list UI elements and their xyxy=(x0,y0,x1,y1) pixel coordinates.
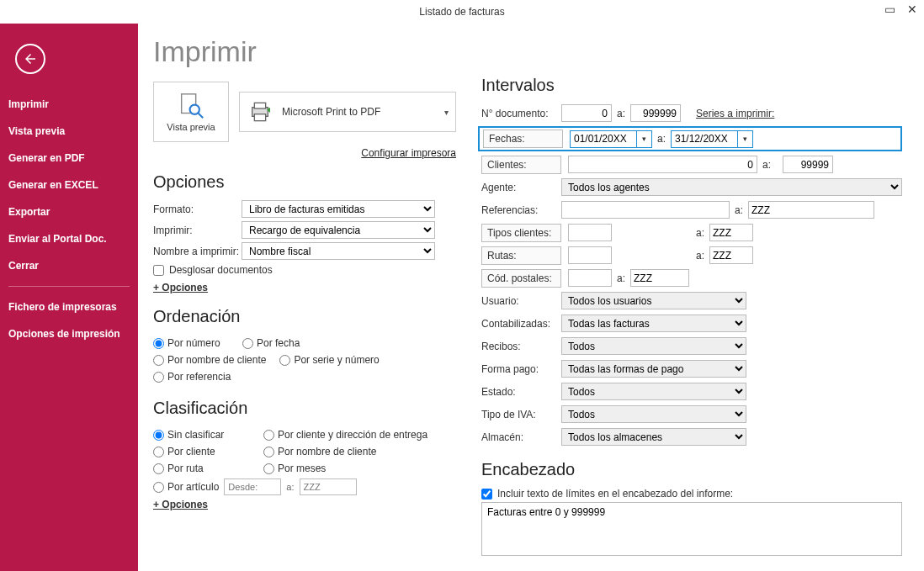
options-heading: Opciones xyxy=(153,172,456,192)
formato-select[interactable]: Libro de facturas emitidas xyxy=(242,200,435,218)
nav-enviar-portal[interactable]: Enviar al Portal Doc. xyxy=(0,225,138,252)
class-cliente-direccion[interactable]: Por cliente y dirección de entrega xyxy=(263,429,432,441)
articulo-a-label: a: xyxy=(286,482,294,492)
nav-cerrar[interactable]: Cerrar xyxy=(0,252,138,279)
articulo-desde-input[interactable] xyxy=(224,478,281,495)
class-sin-clasificar[interactable]: Sin clasificar xyxy=(153,429,250,441)
class-por-cliente[interactable]: Por cliente xyxy=(153,446,250,457)
class-por-ruta[interactable]: Por ruta xyxy=(153,463,250,474)
formato-label: Formato: xyxy=(153,204,242,215)
fecha-from-input[interactable] xyxy=(570,130,637,148)
imprimir-select[interactable]: Recargo de equivalencia xyxy=(242,221,435,239)
agente-select[interactable]: Todos los agentes xyxy=(561,178,902,196)
fecha-a-label: a: xyxy=(657,133,666,145)
tipoiva-label: Tipo de IVA: xyxy=(481,409,561,420)
ordenacion-heading: Ordenación xyxy=(153,307,456,326)
nav-vista-previa[interactable]: Vista previa xyxy=(0,118,138,145)
almacen-select[interactable]: Todos los almacenes xyxy=(561,428,746,446)
nav-generar-pdf[interactable]: Generar en PDF xyxy=(0,145,138,172)
rutas-button[interactable]: Rutas: xyxy=(481,246,561,265)
ref-a-label: a: xyxy=(735,204,743,216)
usuario-label: Usuario: xyxy=(481,295,561,307)
incluir-limites-label: Incluir texto de límites en el encabezad… xyxy=(497,488,733,500)
svg-point-1 xyxy=(190,105,199,114)
class-por-meses[interactable]: Por meses xyxy=(263,463,432,474)
printer-icon xyxy=(247,98,273,125)
nombre-select[interactable]: Nombre fiscal xyxy=(242,242,435,260)
fecha-to-input[interactable] xyxy=(671,130,738,148)
series-imprimir-link[interactable]: Series a imprimir: xyxy=(696,108,774,119)
ndoc-to-input[interactable] xyxy=(630,104,681,122)
svg-line-2 xyxy=(199,114,204,119)
close-icon[interactable]: ✕ xyxy=(907,3,917,15)
almacen-label: Almacén: xyxy=(481,431,561,443)
nav-separator xyxy=(8,286,130,287)
clasificacion-heading: Clasificación xyxy=(153,399,456,418)
ref-to-input[interactable] xyxy=(748,201,874,219)
contabilizadas-label: Contabilizadas: xyxy=(481,318,561,330)
class-por-nombre-cliente[interactable]: Por nombre de cliente xyxy=(263,446,432,457)
incluir-limites-checkbox[interactable] xyxy=(481,489,492,500)
estado-select[interactable]: Todos xyxy=(561,383,746,400)
page-magnifier-icon xyxy=(177,92,205,120)
usuario-select[interactable]: Todos los usuarios xyxy=(561,292,746,309)
fechas-row-highlight: Fechas: ▾ a: ▾ xyxy=(478,126,902,151)
tipos-clientes-button[interactable]: Tipos clientes: xyxy=(481,224,561,242)
encabezado-heading: Encabezado xyxy=(481,460,902,479)
sidebar: Imprimir Vista previa Generar en PDF Gen… xyxy=(0,24,138,571)
cod-from-input[interactable] xyxy=(568,269,612,287)
contabilizadas-select[interactable]: Todas las facturas xyxy=(561,315,746,332)
nav-opciones-impresion[interactable]: Opciones de impresión xyxy=(0,320,138,347)
rutas-from-input[interactable] xyxy=(568,246,612,264)
order-por-fecha[interactable]: Por fecha xyxy=(242,337,318,349)
fecha-from-dropdown[interactable]: ▾ xyxy=(637,130,652,148)
clasificacion-more-link[interactable]: + Opciones xyxy=(153,499,208,510)
ref-from-input[interactable] xyxy=(561,201,730,219)
nav-imprimir[interactable]: Imprimir xyxy=(0,91,138,118)
ndoc-label: N° documento: xyxy=(481,108,561,119)
rutas-to-input[interactable] xyxy=(709,246,753,264)
vista-previa-button[interactable]: Vista previa xyxy=(153,82,229,142)
estado-label: Estado: xyxy=(481,386,561,398)
ndoc-from-input[interactable] xyxy=(561,104,612,122)
clientes-button[interactable]: Clientes: xyxy=(481,156,561,174)
chevron-down-icon: ▾ xyxy=(444,108,449,117)
desglosar-label: Desglosar documentos xyxy=(169,264,273,276)
desglosar-checkbox[interactable] xyxy=(153,265,164,276)
imprimir-label: Imprimir: xyxy=(153,225,242,236)
clientes-to-input[interactable] xyxy=(783,156,833,173)
svg-rect-5 xyxy=(254,114,265,121)
order-por-numero[interactable]: Por número xyxy=(153,337,229,349)
clientes-from-input[interactable] xyxy=(568,156,757,173)
nav-exportar[interactable]: Exportar xyxy=(0,198,138,225)
tipos-to-input[interactable] xyxy=(709,224,753,241)
articulo-hasta-input[interactable] xyxy=(300,478,357,495)
order-por-referencia[interactable]: Por referencia xyxy=(153,371,250,383)
fechas-button[interactable]: Fechas: xyxy=(483,130,563,148)
maximize-icon[interactable]: ▭ xyxy=(884,3,895,15)
printer-name: Microsoft Print to PDF xyxy=(282,106,380,118)
tipoiva-select[interactable]: Todos xyxy=(561,405,746,423)
recibos-select[interactable]: Todos xyxy=(561,337,746,355)
printer-selector[interactable]: Microsoft Print to PDF ▾ xyxy=(239,92,456,132)
cod-to-input[interactable] xyxy=(630,269,689,287)
clientes-a-label: a: xyxy=(762,159,771,171)
configurar-impresora-link[interactable]: Configurar impresora xyxy=(361,147,456,159)
formapago-select[interactable]: Todas las formas de pago xyxy=(561,360,746,378)
encabezado-textarea[interactable] xyxy=(481,502,902,556)
cod-a-label: a: xyxy=(617,272,625,284)
window-title: Listado de facturas xyxy=(419,6,504,18)
tipos-a-label: a: xyxy=(696,227,704,239)
back-button[interactable] xyxy=(15,44,45,74)
order-por-nombre-cliente[interactable]: Por nombre de cliente xyxy=(153,354,266,366)
nav-generar-excel[interactable]: Generar en EXCEL xyxy=(0,172,138,198)
recibos-label: Recibos: xyxy=(481,341,561,352)
opciones-more-link[interactable]: + Opciones xyxy=(153,282,208,293)
codpostales-button[interactable]: Cód. postales: xyxy=(481,269,561,288)
class-por-articulo[interactable]: Por artículo xyxy=(153,481,219,493)
fecha-to-dropdown[interactable]: ▾ xyxy=(738,130,753,148)
order-por-serie-numero[interactable]: Por serie y número xyxy=(279,354,379,366)
intervalos-heading: Intervalos xyxy=(481,76,902,95)
tipos-from-input[interactable] xyxy=(568,224,612,241)
nav-fichero-impresoras[interactable]: Fichero de impresoras xyxy=(0,293,138,320)
